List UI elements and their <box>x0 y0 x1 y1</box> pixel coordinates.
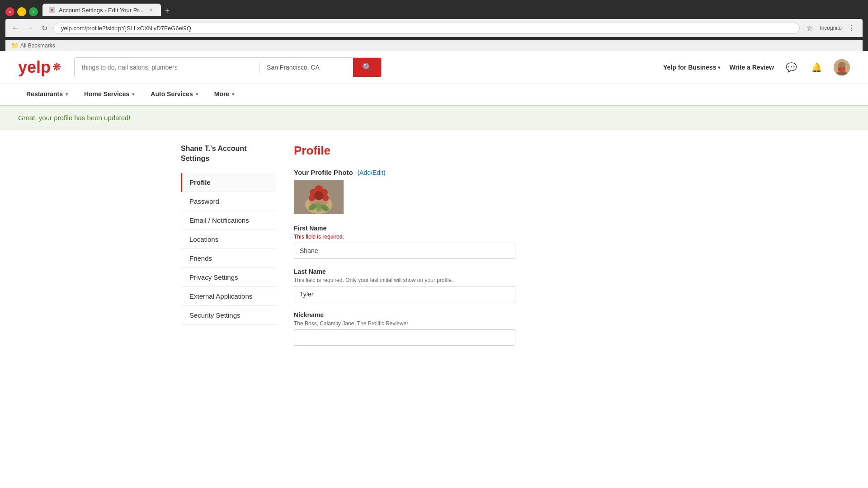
profile-photo-container: Your Profile Photo (Add/Edit) <box>294 169 687 214</box>
svg-point-13 <box>322 195 329 201</box>
window-close-button[interactable]: × <box>5 7 14 16</box>
first-name-group: First Name This field is required. <box>294 225 687 259</box>
add-edit-photo-link[interactable]: (Add/Edit) <box>357 169 385 176</box>
header-actions: Yelp for Business ▾ Write a Review 💬 🔔 <box>663 59 850 75</box>
back-button[interactable]: ← <box>10 23 21 33</box>
incognito-label: Incognito <box>820 25 842 31</box>
sidebar-account-title: Shane T.'s Account Settings <box>181 144 276 164</box>
nav-item-auto-services[interactable]: Auto Services ▾ <box>142 84 206 105</box>
window-maximize-button[interactable]: + <box>29 7 38 16</box>
last-name-input[interactable] <box>294 286 515 302</box>
bell-icon: 🔔 <box>811 62 822 73</box>
profile-photo-label: Your Profile Photo <box>294 169 353 176</box>
sidebar-item-email-notifications[interactable]: Email / Notifications <box>181 211 276 230</box>
search-button[interactable]: 🔍 <box>353 58 381 77</box>
svg-point-4 <box>839 68 841 70</box>
success-message: Great, your profile has been updated! <box>18 114 131 122</box>
svg-point-5 <box>843 67 844 69</box>
profile-photo <box>294 180 344 214</box>
yelp-for-business-link[interactable]: Yelp for Business ▾ <box>663 64 720 71</box>
sidebar-item-privacy-settings[interactable]: Privacy Settings <box>181 268 276 287</box>
yelp-nav: Restaurants ▾ Home Services ▾ Auto Servi… <box>0 84 868 105</box>
chevron-down-icon: ▾ <box>232 92 234 97</box>
nav-item-home-services[interactable]: Home Services ▾ <box>76 84 142 105</box>
yelp-logo-text: yelp <box>18 58 51 77</box>
svg-point-12 <box>309 195 315 201</box>
sidebar-item-friends[interactable]: Friends <box>181 249 276 268</box>
user-avatar[interactable] <box>834 59 850 75</box>
reload-button[interactable]: ↻ <box>39 23 50 33</box>
search-icon: 🔍 <box>362 62 372 72</box>
chat-button[interactable]: 💬 <box>783 59 799 75</box>
yelp-header: yelp❊ 🔍 Yelp for Business ▾ Write a Revi… <box>0 51 868 84</box>
window-minimize-button[interactable]: – <box>17 7 26 16</box>
nickname-group: Nickname The Boss, Calamity Jane, The Pr… <box>294 311 687 346</box>
address-input[interactable] <box>53 23 800 34</box>
first-name-error: This field is required. <box>294 234 687 240</box>
first-name-label: First Name <box>294 225 687 232</box>
browser-chrome: × – + y Account Settings - Edit Your Pr.… <box>0 0 868 51</box>
search-form: 🔍 <box>74 57 382 77</box>
last-name-label: Last Name <box>294 268 687 275</box>
sidebar-navigation: Profile Password Email / Notifications L… <box>181 173 276 325</box>
active-tab[interactable]: y Account Settings - Edit Your Pr... × <box>42 4 161 16</box>
chevron-down-icon: ▾ <box>718 65 720 70</box>
bookmarks-folder-icon: 📁 <box>11 42 19 49</box>
chevron-down-icon: ▾ <box>196 92 198 97</box>
svg-point-14 <box>314 191 323 200</box>
tab-title: Account Settings - Edit Your Pr... <box>59 7 144 14</box>
forward-button[interactable]: → <box>24 23 35 33</box>
last-name-hint: This field is required. Only your last i… <box>294 277 687 283</box>
sidebar-item-external-applications[interactable]: External Applications <box>181 287 276 306</box>
bookmark-button[interactable]: ☆ <box>803 22 816 34</box>
location-input[interactable] <box>259 58 353 77</box>
address-bar-row: ← → ↻ ☆ Incognito ⋮ <box>5 19 863 37</box>
yelp-burst-icon: ❊ <box>52 61 61 73</box>
profile-title: Profile <box>294 144 687 158</box>
chevron-down-icon: ▾ <box>66 92 68 97</box>
nav-item-restaurants[interactable]: Restaurants ▾ <box>18 84 76 105</box>
main-content: Shane T.'s Account Settings Profile Pass… <box>163 144 705 355</box>
chat-icon: 💬 <box>786 62 797 73</box>
nickname-label: Nickname <box>294 311 687 319</box>
bookmarks-label: All Bookmarks <box>20 42 55 49</box>
last-name-group: Last Name This field is required. Only y… <box>294 268 687 302</box>
tab-close-button[interactable]: × <box>147 6 155 14</box>
first-name-input[interactable] <box>294 243 515 259</box>
search-input[interactable] <box>75 58 259 77</box>
notifications-button[interactable]: 🔔 <box>808 59 825 75</box>
nickname-hint: The Boss, Calamity Jane, The Prolific Re… <box>294 320 687 327</box>
chevron-down-icon: ▾ <box>132 92 134 97</box>
svg-rect-15 <box>316 202 321 211</box>
bookmarks-bar: 📁 All Bookmarks <box>5 40 863 51</box>
write-review-link[interactable]: Write a Review <box>729 64 774 71</box>
sidebar: Shane T.'s Account Settings Profile Pass… <box>181 144 276 355</box>
nickname-input[interactable] <box>294 329 515 346</box>
yelp-logo[interactable]: yelp❊ <box>18 58 61 77</box>
tab-bar: × – + y Account Settings - Edit Your Pr.… <box>5 4 863 16</box>
sidebar-item-password[interactable]: Password <box>181 192 276 211</box>
sidebar-item-profile[interactable]: Profile <box>181 173 276 192</box>
nav-item-more[interactable]: More ▾ <box>206 84 242 105</box>
tab-favicon: y <box>49 7 55 13</box>
browser-menu-button[interactable]: ⋮ <box>845 22 858 34</box>
success-banner: Great, your profile has been updated! <box>0 105 868 130</box>
profile-section: Profile Your Profile Photo (Add/Edit) <box>294 144 687 355</box>
new-tab-button[interactable]: + <box>162 5 173 16</box>
sidebar-item-locations[interactable]: Locations <box>181 230 276 249</box>
sidebar-item-security-settings[interactable]: Security Settings <box>181 306 276 325</box>
